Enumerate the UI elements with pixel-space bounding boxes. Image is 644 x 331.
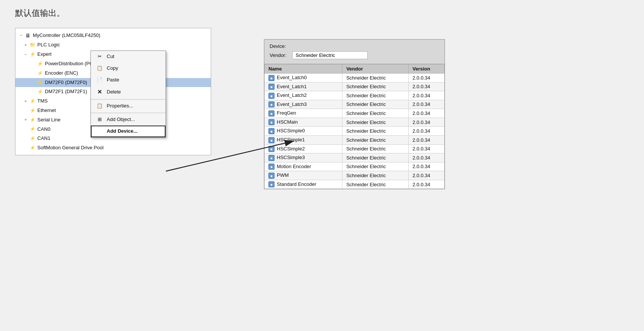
page-header: 默认值输出。 [15, 8, 629, 19]
col-name: Name [265, 64, 342, 74]
table-row[interactable]: ■Motion EncoderSchneider Electric2.0.0.3… [265, 162, 445, 171]
add-object-icon: ⊞ [95, 116, 104, 124]
table-row[interactable]: ■Event_Latch0Schneider Electric2.0.0.34 [265, 74, 445, 83]
device-version-cell: 2.0.0.34 [409, 118, 445, 127]
context-menu: ✂ Cut 📋 Copy 📄 Paste ✕ Delete 📋 Properti… [90, 51, 166, 138]
copy-icon: 📋 [95, 64, 104, 72]
delete-icon: ✕ [95, 87, 104, 97]
device-version-cell: 2.0.0.34 [409, 82, 445, 91]
device-vendor-cell: Schneider Electric [342, 171, 409, 180]
device-row: Device: [270, 43, 439, 49]
device-item-icon: ■ [268, 128, 274, 134]
can0-icon: ⚡ [29, 126, 36, 133]
tree-item-label: Expert [37, 51, 52, 58]
device-version-cell: 2.0.0.34 [409, 91, 445, 100]
device-name-cell: ■Motion Encoder [265, 162, 342, 171]
tree-item-controller[interactable]: − 🖥 MyController (LMC058LF4250) [15, 31, 211, 40]
menu-item-label: Paste [107, 76, 119, 84]
menu-item-copy[interactable]: 📋 Copy [91, 63, 166, 74]
dm72f1-icon: ⚡ [37, 88, 43, 95]
expand-icon: + [23, 98, 28, 105]
table-row[interactable]: ■Event_Latch1Schneider Electric2.0.0.34 [265, 82, 445, 91]
menu-item-paste[interactable]: 📄 Paste [91, 74, 166, 86]
device-vendor-cell: Schneider Electric [342, 100, 409, 109]
table-row[interactable]: ■PWMSchneider Electric2.0.0.34 [265, 171, 445, 180]
plclogic-icon: 📁 [29, 41, 36, 49]
device-item-icon: ■ [268, 164, 274, 170]
device-vendor-cell: Schneider Electric [342, 82, 409, 91]
device-name-cell: ■HSCSimple0 [265, 127, 342, 136]
device-item-icon: ■ [268, 173, 274, 179]
tree-item-label: SoftMotion General Drive Pool [37, 144, 104, 152]
tree-item-label: CAN0 [37, 126, 51, 133]
menu-item-label: Delete [107, 88, 121, 96]
vendor-row: Vendor: Schneider Electric [270, 51, 439, 59]
device-vendor-cell: Schneider Electric [342, 74, 409, 83]
device-version-cell: 2.0.0.34 [409, 180, 445, 189]
device-item-icon: ■ [268, 93, 274, 99]
device-name-cell: ■HSCMain [265, 118, 342, 127]
device-item-icon: ■ [268, 119, 274, 125]
table-row[interactable]: ■HSCSimple0Schneider Electric2.0.0.34 [265, 127, 445, 136]
device-panel: Device: Vendor: Schneider Electric Name … [264, 39, 445, 189]
controller-icon: 🖥 [25, 31, 31, 40]
tree-item-label: DM72F1 (DM72F1) [45, 88, 87, 96]
table-row[interactable]: ■HSCMainSchneider Electric2.0.0.34 [265, 118, 445, 127]
menu-item-label: Add Device... [107, 127, 138, 135]
table-row[interactable]: ■HSCSimple1Schneider Electric2.0.0.34 [265, 135, 445, 144]
device-header: Device: Vendor: Schneider Electric [264, 40, 445, 64]
device-vendor-cell: Schneider Electric [342, 118, 409, 127]
device-vendor-cell: Schneider Electric [342, 144, 409, 153]
left-section: − 🖥 MyController (LMC058LF4250) + 📁 PLC … [15, 28, 211, 155]
device-name-cell: ■HSCSimple1 [265, 135, 342, 144]
device-item-icon: ■ [268, 101, 274, 107]
table-row[interactable]: ■Standard EncoderSchneider Electric2.0.0… [265, 180, 445, 189]
expert-icon: ⚡ [29, 51, 36, 58]
device-vendor-cell: Schneider Electric [342, 162, 409, 171]
device-item-icon: ■ [268, 110, 274, 116]
device-vendor-cell: Schneider Electric [342, 180, 409, 189]
table-row[interactable]: ■HSCSimple2Schneider Electric2.0.0.34 [265, 144, 445, 153]
menu-item-add-object[interactable]: ⊞ Add Object... [91, 114, 166, 126]
device-name-cell: ■Event_Latch3 [265, 100, 342, 109]
expand-icon: + [23, 42, 28, 49]
device-version-cell: 2.0.0.34 [409, 127, 445, 136]
menu-item-label: Add Object... [107, 116, 135, 124]
menu-item-delete[interactable]: ✕ Delete [91, 86, 166, 98]
serialline-icon: ⚡ [29, 116, 36, 124]
tree-item-label: Ethernet [37, 107, 56, 115]
table-row[interactable]: ■FreqGenSchneider Electric2.0.0.34 [265, 109, 445, 118]
table-row[interactable]: ■Event_Latch2Schneider Electric2.0.0.34 [265, 91, 445, 100]
device-vendor-cell: Schneider Electric [342, 109, 409, 118]
device-name-cell: ■HSCSimple2 [265, 144, 342, 153]
device-vendor-cell: Schneider Electric [342, 91, 409, 100]
menu-item-label: Copy [107, 64, 118, 72]
device-item-icon: ■ [268, 84, 274, 90]
device-vendor-cell: Schneider Electric [342, 127, 409, 136]
powerdist-icon: ⚡ [37, 60, 43, 67]
menu-item-cut[interactable]: ✂ Cut [91, 51, 166, 63]
vendor-label: Vendor: [270, 52, 292, 58]
table-row[interactable]: ■HSCSimple3Schneider Electric2.0.0.34 [265, 153, 445, 162]
device-item-icon: ■ [268, 75, 274, 81]
tree-item-label: TMS [37, 97, 48, 105]
tree-item-label: Serial Line [37, 116, 60, 124]
device-item-icon: ■ [268, 181, 274, 187]
expand-icon: + [23, 116, 28, 123]
menu-item-label: Cut [107, 53, 114, 61]
tree-item-softmotion[interactable]: ⚡ SoftMotion General Drive Pool [15, 143, 211, 153]
tree-item-label: PLC Logic [37, 41, 60, 49]
tree-item-label: Encoder (ENC) [45, 69, 78, 77]
device-version-cell: 2.0.0.34 [409, 171, 445, 180]
device-name-cell: ■HSCSimple3 [265, 153, 342, 162]
expand-icon: − [23, 51, 28, 58]
menu-item-add-device[interactable]: Add Device... [91, 126, 166, 137]
tree-item-label: DM72F0 (DM72F0) [45, 79, 87, 87]
table-row[interactable]: ■Event_Latch3Schneider Electric2.0.0.34 [265, 100, 445, 109]
menu-item-properties[interactable]: 📋 Properties... [91, 100, 166, 112]
device-panel-section: Device: Vendor: Schneider Electric Name … [264, 39, 445, 189]
tree-item-plclogic[interactable]: + 📁 PLC Logic [15, 40, 211, 50]
device-name-cell: ■Standard Encoder [265, 180, 342, 189]
device-version-cell: 2.0.0.34 [409, 162, 445, 171]
tree-item-label: CAN1 [37, 135, 51, 143]
